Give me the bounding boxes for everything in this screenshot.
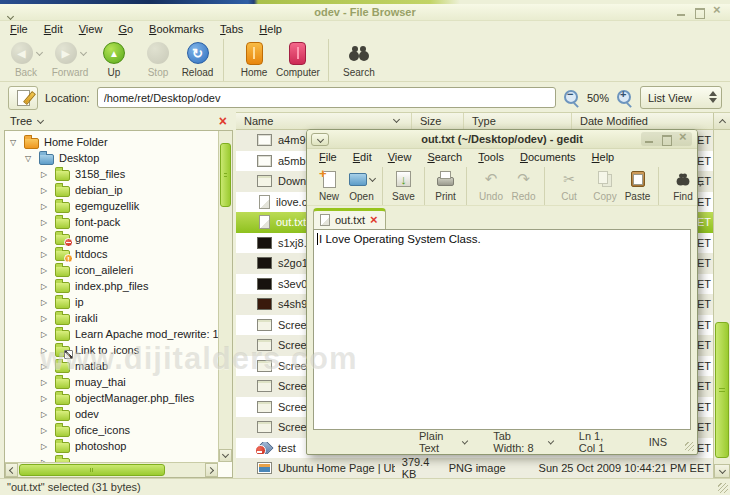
expander-icon[interactable] — [10, 138, 19, 147]
tab-width-dropdown[interactable]: Tab Width: 8 — [493, 430, 553, 454]
scrollbar-thumb[interactable] — [220, 143, 231, 207]
minimize-icon[interactable] — [645, 135, 654, 144]
tab-out-txt[interactable]: out.txt × — [313, 208, 386, 229]
expander-icon[interactable] — [41, 266, 50, 275]
close-icon[interactable] — [713, 8, 722, 17]
tree-horizontal-scrollbar[interactable] — [5, 462, 218, 477]
column-header-type[interactable]: Type — [464, 113, 572, 129]
toolbar-button[interactable]: New — [311, 167, 347, 205]
toolbar-button[interactable]: Open — [347, 167, 383, 205]
tree-item[interactable]: irakli — [5, 310, 218, 326]
tree-item[interactable]: odev — [5, 406, 218, 422]
expander-icon[interactable] — [41, 202, 50, 211]
expander-icon[interactable] — [41, 410, 50, 419]
close-icon[interactable] — [679, 135, 688, 144]
scroll-right-icon[interactable] — [205, 463, 218, 477]
toolbar-button[interactable]: Up — [92, 39, 136, 81]
scroll-down-icon[interactable] — [219, 449, 232, 462]
maximize-icon[interactable] — [662, 135, 671, 144]
menu-item[interactable]: View — [71, 21, 111, 38]
scroll-down-icon[interactable] — [714, 464, 730, 478]
tree-item[interactable]: index.php_files — [5, 278, 218, 294]
expander-icon[interactable] — [41, 218, 50, 227]
tree-item[interactable]: muay_thai — [5, 374, 218, 390]
toolbar-button[interactable]: Paste — [623, 167, 659, 205]
toolbar-button[interactable]: Home — [232, 39, 276, 81]
minimize-icon[interactable] — [677, 8, 686, 17]
tree-item[interactable]: Link to .icons — [5, 342, 218, 358]
scroll-up-icon[interactable] — [713, 113, 730, 129]
toolbar-button[interactable]: Reload — [180, 39, 224, 81]
tree-item[interactable]: Desktop — [5, 150, 218, 166]
zoom-out-icon[interactable]: − — [563, 89, 580, 106]
menu-item[interactable]: Help — [584, 149, 623, 166]
menu-item[interactable]: File — [2, 21, 36, 38]
expander-icon[interactable] — [41, 426, 50, 435]
tree-item[interactable]: Learn Apache mod_rewrite: 13 Real-work — [5, 326, 218, 342]
menu-item[interactable]: Help — [251, 21, 290, 38]
tree-item[interactable]: ip — [5, 294, 218, 310]
toolbar-button[interactable]: Computer — [276, 39, 329, 81]
toolbar-button[interactable]: Find — [665, 167, 701, 205]
chevron-down-icon[interactable] — [368, 174, 375, 181]
chevron-down-icon[interactable] — [79, 48, 86, 55]
view-mode-select[interactable]: List View — [640, 86, 722, 109]
tree-item[interactable]: icon_aileleri — [5, 262, 218, 278]
tree-item[interactable]: htdocs — [5, 246, 218, 262]
scrollbar-thumb[interactable] — [19, 464, 165, 476]
menu-item[interactable]: Bookmarks — [141, 21, 212, 38]
toolbar-button[interactable]: Back — [4, 39, 48, 81]
scrollbar-thumb[interactable] — [715, 322, 729, 458]
expander-icon[interactable] — [41, 170, 50, 179]
menu-item[interactable]: Documents — [512, 149, 584, 166]
menu-item[interactable]: Edit — [345, 149, 380, 166]
toolbar-button[interactable]: Search — [337, 39, 381, 81]
menu-item[interactable]: Edit — [36, 21, 71, 38]
expander-icon[interactable] — [41, 186, 50, 195]
close-sidebar-icon[interactable]: × — [219, 115, 227, 127]
menu-item[interactable]: View — [380, 149, 420, 166]
column-header-size[interactable]: Size — [412, 113, 464, 129]
expander-icon[interactable] — [41, 346, 50, 355]
resize-grip[interactable] — [718, 483, 728, 493]
expander-icon[interactable] — [41, 234, 50, 243]
expander-icon[interactable] — [25, 154, 34, 163]
tree-item[interactable] — [5, 454, 218, 462]
tree-item[interactable]: matlab — [5, 358, 218, 374]
expander-icon[interactable] — [41, 282, 50, 291]
text-editor-area[interactable]: I Love Operating System Class. — [313, 229, 691, 430]
chevron-down-icon[interactable] — [37, 116, 44, 123]
tree-item[interactable]: objectManager.php_files — [5, 390, 218, 406]
maximize-icon[interactable] — [695, 8, 704, 17]
expander-icon[interactable] — [41, 362, 50, 371]
column-header-name[interactable]: Name — [236, 113, 412, 129]
tree-item[interactable]: gnome — [5, 230, 218, 246]
column-header-date[interactable]: Date Modified — [572, 113, 713, 129]
expander-icon[interactable] — [41, 314, 50, 323]
toolbar-button[interactable]: Redo — [509, 167, 545, 205]
file-row[interactable]: Ubuntu Home Page | Ubuntu_125... 379.4 K… — [236, 458, 713, 478]
toolbar-button[interactable]: Stop — [136, 39, 180, 81]
toolbar-button[interactable]: Save — [389, 167, 425, 205]
expander-icon[interactable] — [41, 298, 50, 307]
menu-item[interactable]: Tabs — [212, 21, 251, 38]
menu-item[interactable]: Go — [110, 21, 141, 38]
tree-vertical-scrollbar[interactable] — [218, 131, 232, 462]
file-list-vertical-scrollbar[interactable] — [713, 130, 730, 478]
tree-item[interactable]: ofice_icons — [5, 422, 218, 438]
menu-item[interactable]: Search — [419, 149, 470, 166]
edit-location-button[interactable] — [8, 86, 38, 110]
tree-item[interactable]: Home Folder — [5, 134, 218, 150]
menu-item[interactable]: File — [311, 149, 345, 166]
expander-icon[interactable] — [41, 330, 50, 339]
scroll-left-icon[interactable] — [5, 463, 18, 477]
tree-item[interactable]: font-pack — [5, 214, 218, 230]
toolbar-button[interactable]: Print — [431, 167, 467, 205]
toolbar-button[interactable]: Forward — [48, 39, 92, 81]
resize-grip[interactable] — [685, 442, 694, 451]
tree-item[interactable]: egemguzellik — [5, 198, 218, 214]
language-dropdown[interactable]: Plain Text — [419, 430, 467, 454]
toolbar-button[interactable]: Undo — [473, 167, 509, 205]
tree-item[interactable]: 3158_files — [5, 166, 218, 182]
expander-icon[interactable] — [41, 378, 50, 387]
